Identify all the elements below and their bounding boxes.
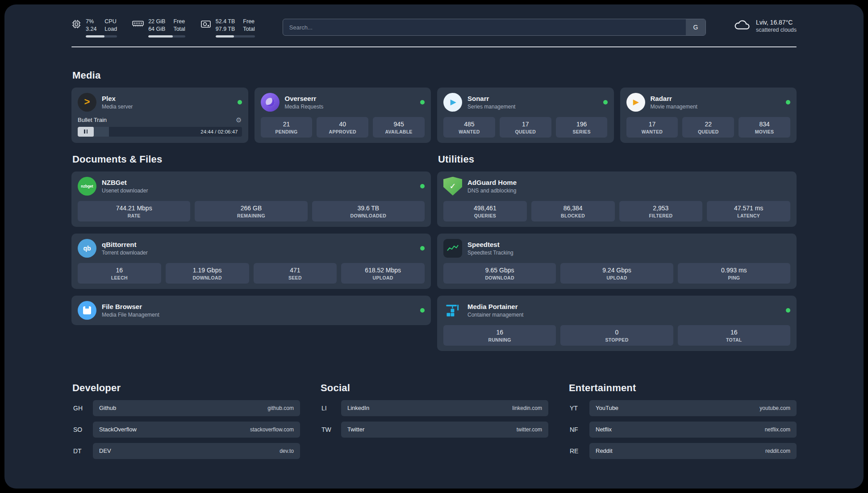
bookmark-abbr: DT <box>71 447 93 455</box>
filebrowser-icon <box>78 301 96 320</box>
bookmark-abbr: LI <box>320 405 341 412</box>
bookmark-link-netflix[interactable]: Netflix netflix.com <box>589 422 797 438</box>
cpu-load-value: 3.24 <box>86 25 96 33</box>
playback-time: 24:44 / 02:06:47 <box>200 127 238 137</box>
adguard-icon <box>443 177 462 196</box>
card-overseerr[interactable]: Overseerr Media Requests 21 PENDING 40 A… <box>255 88 431 143</box>
weather-location: Lviv, 16.87°C <box>756 19 797 26</box>
card-adguard[interactable]: AdGuard Home DNS and adblocking 498,461 … <box>437 171 797 227</box>
stat-tile: 744.21 Mbps RATE <box>78 201 190 221</box>
card-title: Radarr <box>651 95 697 102</box>
main-content: Media Plex Media server Bullet Train <box>4 47 864 464</box>
pause-button[interactable] <box>78 127 94 137</box>
bookmark-link-reddit[interactable]: Reddit reddit.com <box>589 443 797 459</box>
card-speedtest[interactable]: Speedtest Speedtest Tracking 9.65 Gbps D… <box>437 234 797 289</box>
dashboard: 7% 3.24 CPU Load <box>4 4 864 489</box>
stat-tile: 86,384 BLOCKED <box>531 201 615 221</box>
qbittorrent-icon <box>78 239 96 258</box>
cpu-label: CPU <box>104 18 117 25</box>
bookmark-link-github[interactable]: Github github.com <box>93 400 300 416</box>
card-title: Plex <box>102 95 133 102</box>
card-sonarr[interactable]: Sonarr Series management 485 WANTED 17 Q… <box>437 88 614 143</box>
bookmark-link-dev[interactable]: DEV dev.to <box>93 443 300 459</box>
portainer-icon <box>443 301 462 320</box>
stat-tile: 16 TOTAL <box>678 325 790 346</box>
topbar-divider <box>71 46 797 47</box>
stat-tile: 9.24 Gbps UPLOAD <box>560 263 673 284</box>
status-dot <box>420 100 425 104</box>
topbar: 7% 3.24 CPU Load <box>4 4 864 38</box>
bookmark-abbr: RE <box>568 447 589 455</box>
stat-tile: 0 STOPPED <box>560 325 673 346</box>
stat-tile: 21 PENDING <box>261 117 313 138</box>
playback-progress-bar[interactable]: 24:44 / 02:06:47 <box>78 127 242 137</box>
bookmark-abbr: GH <box>71 405 93 412</box>
section-title-developer: Developer <box>72 382 300 394</box>
nzbget-icon <box>78 177 96 196</box>
bookmark-link-linkedin[interactable]: LinkedIn linkedin.com <box>341 400 548 416</box>
search-engine-button[interactable]: G <box>686 19 705 35</box>
stat-tile: 196 SERIES <box>556 117 608 138</box>
bookmark-link-youtube[interactable]: YouTube youtube.com <box>589 400 797 416</box>
card-subtitle: DNS and adblocking <box>467 188 517 194</box>
plex-icon <box>78 93 96 112</box>
ram-progress-bar <box>148 35 185 38</box>
section-title-entertainment: Entertainment <box>569 382 797 394</box>
ram-free-value: 22 GiB <box>148 18 165 25</box>
disk-progress-fill <box>216 35 234 38</box>
card-subtitle: Media server <box>102 104 133 110</box>
bookmark-abbr: SO <box>71 426 93 433</box>
cpu-progress-bar <box>86 35 117 38</box>
ram-total-label: Total <box>173 25 185 33</box>
card-portainer[interactable]: Media Portainer Container management 16 … <box>437 296 797 351</box>
card-filebrowser[interactable]: File Browser Media File Management <box>71 296 431 325</box>
stat-tile: 9.65 Gbps DOWNLOAD <box>443 263 556 284</box>
weather-widget: Lviv, 16.87°C scattered clouds <box>734 19 797 33</box>
cloud-icon <box>734 19 751 33</box>
card-nzbget[interactable]: NZBGet Usenet downloader 744.21 Mbps RAT… <box>71 171 431 227</box>
card-plex[interactable]: Plex Media server Bullet Train 24:44 / 0… <box>71 88 248 143</box>
section-title-utilities: Utilities <box>438 154 797 165</box>
status-dot <box>238 100 242 104</box>
section-title-social: Social <box>321 382 548 394</box>
bookmark-link-twitter[interactable]: Twitter twitter.com <box>341 422 548 438</box>
card-title: Media Portainer <box>467 303 523 310</box>
ram-total-value: 64 GiB <box>148 25 165 33</box>
bookmark-row: SO StackOverflow stackoverflow.com <box>71 422 300 438</box>
stat-tile: 17 QUEUED <box>500 117 551 138</box>
hdd-icon <box>200 19 211 31</box>
bookmark-row: LI LinkedIn linkedin.com <box>320 400 548 416</box>
ram-free-label: Free <box>173 18 185 25</box>
stat-tile: 40 APPROVED <box>317 117 368 138</box>
cpu-icon <box>71 19 81 31</box>
status-dot <box>420 246 425 251</box>
disk-stat: 52.4 TB 97.9 TB Free Total <box>200 18 255 38</box>
status-dot <box>420 184 425 188</box>
stat-tile: 618.52 Mbps UPLOAD <box>341 263 425 284</box>
cpu-load-label: Load <box>104 25 117 33</box>
bookmark-group-social: Social LI LinkedIn linkedin.com TW Twitt… <box>320 372 548 464</box>
disk-free-label: Free <box>243 18 255 25</box>
card-title: Sonarr <box>467 95 515 102</box>
card-subtitle: Movie management <box>651 104 697 110</box>
card-radarr[interactable]: Radarr Movie management 17 WANTED 22 QUE… <box>620 88 797 143</box>
bookmark-abbr: TW <box>320 426 341 433</box>
card-title: qBittorrent <box>102 241 148 248</box>
cpu-progress-fill <box>86 35 104 38</box>
status-dot <box>420 308 425 313</box>
card-qbittorrent[interactable]: qBittorrent Torrent downloader 16 LEECH <box>71 234 431 289</box>
bookmark-link-stackoverflow[interactable]: StackOverflow stackoverflow.com <box>93 422 300 438</box>
card-subtitle: Series management <box>467 104 515 110</box>
sonarr-icon <box>443 93 462 112</box>
gear-icon[interactable] <box>236 117 242 123</box>
card-title: NZBGet <box>102 179 148 186</box>
card-subtitle: Container management <box>467 312 523 318</box>
cpu-stat: 7% 3.24 CPU Load <box>71 18 117 38</box>
stat-tile: 498,461 QUERIES <box>443 201 527 221</box>
search-input[interactable] <box>283 19 706 36</box>
stat-tile: 17 WANTED <box>626 117 678 138</box>
bookmark-row: YT YouTube youtube.com <box>568 400 797 416</box>
stat-tile: 945 AVAILABLE <box>373 117 425 138</box>
media-grid: Plex Media server Bullet Train 24:44 / 0… <box>71 88 797 143</box>
card-title: Speedtest <box>467 241 513 248</box>
